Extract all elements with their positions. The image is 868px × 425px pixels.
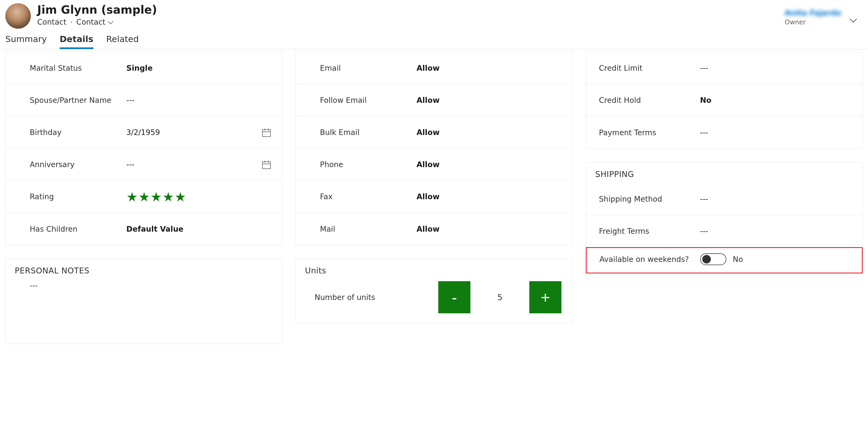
- chevron-down-icon: [849, 8, 857, 25]
- column-left: Marital Status Single Spouse/Partner Nam…: [5, 52, 282, 344]
- value: ---: [700, 128, 852, 137]
- label: Payment Terms: [599, 128, 700, 137]
- value: ---: [700, 227, 852, 236]
- label: Shipping Method: [599, 195, 700, 204]
- title-block: Jim Glynn (sample) Contact · Contact: [37, 3, 778, 27]
- field-payment-terms[interactable]: Payment Terms ---: [586, 117, 862, 149]
- field-available-weekends: Available on weekends? No: [586, 247, 863, 273]
- owner-label: Owner: [785, 19, 841, 26]
- column-middle: Email Allow Follow Email Allow Bulk Emai…: [296, 52, 572, 323]
- value: ---: [700, 195, 852, 204]
- record-header: Jim Glynn (sample) Contact · Contact Ani…: [0, 0, 868, 29]
- units-card: Units Number of units - 5 +: [296, 259, 572, 323]
- value: ---: [126, 96, 271, 105]
- increment-button[interactable]: +: [529, 281, 561, 313]
- subtitle: Contact · Contact: [37, 18, 778, 27]
- section-title: PERSONAL NOTES: [6, 259, 282, 280]
- field-credit-limit[interactable]: Credit Limit ---: [586, 52, 862, 84]
- label: Rating: [30, 192, 126, 201]
- label: Marital Status: [30, 64, 126, 72]
- value: Allow: [416, 160, 561, 169]
- field-has-children[interactable]: Has Children Default Value: [6, 213, 282, 245]
- form-name: Contact: [76, 18, 105, 27]
- field-phone[interactable]: Phone Allow: [296, 149, 572, 181]
- shipping-card: SHIPPING Shipping Method --- Freight Ter…: [586, 162, 863, 273]
- label: Bulk Email: [320, 128, 416, 137]
- label: Credit Limit: [599, 64, 700, 72]
- field-shipping-method[interactable]: Shipping Method ---: [586, 183, 862, 215]
- star-rating[interactable]: ★ ★ ★ ★ ★: [126, 190, 271, 203]
- label: Mail: [320, 225, 416, 234]
- owner-block[interactable]: Anita Fajardo Owner: [785, 3, 863, 26]
- label: Has Children: [30, 225, 126, 234]
- decrement-button[interactable]: -: [438, 281, 470, 313]
- label: Follow Email: [320, 96, 416, 105]
- label: Number of units: [315, 293, 433, 302]
- quantity-stepper: - 5 +: [438, 281, 561, 313]
- avatar: [5, 3, 31, 29]
- label: Freight Terms: [599, 227, 700, 236]
- label: Phone: [320, 160, 416, 169]
- field-credit-hold[interactable]: Credit Hold No: [586, 84, 862, 117]
- svg-rect-0: [262, 130, 271, 136]
- value: Allow: [416, 64, 561, 72]
- entity-name: Contact: [37, 18, 66, 27]
- units-control: Number of units - 5 +: [296, 277, 572, 323]
- field-rating[interactable]: Rating ★ ★ ★ ★ ★: [6, 181, 282, 213]
- value: ★ ★ ★ ★ ★: [126, 190, 271, 203]
- value: Allow: [416, 225, 561, 234]
- separator-dot: ·: [70, 18, 72, 27]
- field-freight-terms[interactable]: Freight Terms ---: [586, 215, 862, 247]
- label: Spouse/Partner Name: [30, 96, 126, 105]
- star-icon: ★: [175, 190, 186, 203]
- field-fax[interactable]: Fax Allow: [296, 181, 572, 213]
- value: Single: [126, 64, 271, 72]
- owner-value: Anita Fajardo: [785, 8, 841, 18]
- value: Allow: [416, 96, 561, 105]
- field-anniversary[interactable]: Anniversary ---: [6, 149, 282, 181]
- label: Anniversary: [30, 160, 126, 169]
- value: 3/2/1959: [126, 128, 258, 137]
- column-right: Credit Limit --- Credit Hold No Payment …: [586, 52, 863, 273]
- value: No: [700, 96, 852, 105]
- value: Allow: [416, 192, 561, 201]
- field-spouse[interactable]: Spouse/Partner Name ---: [6, 84, 282, 117]
- billing-card: Credit Limit --- Credit Hold No Payment …: [586, 52, 863, 149]
- svg-rect-4: [262, 162, 271, 169]
- tab-related[interactable]: Related: [106, 34, 139, 49]
- field-email[interactable]: Email Allow: [296, 52, 572, 84]
- calendar-icon[interactable]: [258, 160, 271, 170]
- tab-summary[interactable]: Summary: [5, 34, 47, 49]
- units-value[interactable]: 5: [470, 293, 529, 302]
- calendar-icon[interactable]: [258, 128, 271, 138]
- star-icon: ★: [138, 190, 150, 203]
- tab-details[interactable]: Details: [60, 34, 93, 49]
- tabs: Summary Details Related: [0, 29, 868, 49]
- form-switcher[interactable]: Contact: [76, 18, 114, 27]
- toggle-knob-icon: [702, 255, 711, 264]
- personal-card: Marital Status Single Spouse/Partner Nam…: [5, 52, 282, 245]
- field-bulk-email[interactable]: Bulk Email Allow: [296, 117, 572, 149]
- label: Credit Hold: [599, 96, 700, 105]
- star-icon: ★: [126, 190, 138, 203]
- contact-prefs-card: Email Allow Follow Email Allow Bulk Emai…: [296, 52, 572, 245]
- label: Fax: [320, 192, 416, 201]
- field-birthday[interactable]: Birthday 3/2/1959: [6, 117, 282, 149]
- section-title: SHIPPING: [586, 162, 862, 183]
- label: Available on weekends?: [599, 255, 700, 264]
- label: Birthday: [30, 128, 126, 137]
- field-marital-status[interactable]: Marital Status Single: [6, 52, 282, 84]
- notes-value[interactable]: ---: [6, 280, 282, 343]
- section-title: Units: [296, 259, 572, 277]
- star-icon: ★: [151, 190, 162, 203]
- field-mail[interactable]: Mail Allow: [296, 213, 572, 245]
- chevron-down-icon: [107, 18, 114, 27]
- toggle-value: No: [733, 255, 743, 264]
- star-icon: ★: [162, 190, 174, 203]
- weekends-toggle[interactable]: [700, 253, 726, 265]
- personal-notes-card: PERSONAL NOTES ---: [5, 259, 282, 344]
- page-title: Jim Glynn (sample): [37, 4, 778, 16]
- field-follow-email[interactable]: Follow Email Allow: [296, 84, 572, 117]
- value: Default Value: [126, 225, 271, 234]
- label: Email: [320, 64, 416, 72]
